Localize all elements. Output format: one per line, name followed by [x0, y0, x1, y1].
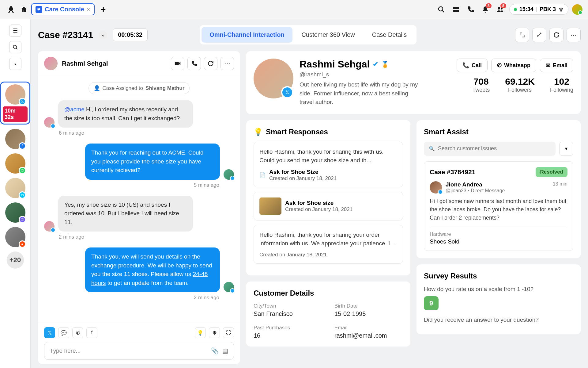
email-button[interactable]: ✉Email — [540, 59, 573, 72]
whatsapp-icon: ✆ — [19, 167, 26, 174]
timestamp: 6 mins ago — [59, 130, 234, 136]
rail-search-icon[interactable] — [9, 41, 21, 53]
home-icon[interactable] — [20, 6, 28, 13]
chat-messages: 👤Case Assigned to Shivang Mathur @acme H… — [38, 76, 240, 323]
timestamp: 2 mins ago — [59, 234, 234, 240]
queue-item[interactable]: ✉ — [5, 178, 25, 198]
bell-icon[interactable]: 8 — [480, 4, 491, 15]
response-item[interactable]: Hello Rashmi, thank you for sharing your… — [254, 225, 403, 264]
email-icon: ✉ — [546, 62, 550, 69]
related-case[interactable]: Case #3784921Resolved Jione Andrea@jioan… — [424, 161, 573, 251]
msg-avatar — [44, 221, 55, 232]
message-input[interactable] — [50, 347, 207, 354]
response-item[interactable]: Ask for Shoe sizeCreated on January 18, … — [254, 192, 403, 220]
svg-point-0 — [439, 7, 443, 11]
msg-avatar — [44, 117, 55, 128]
status-badge: Resolved — [536, 167, 567, 177]
queue-item-active[interactable]: 𝕏 10m 32s — [0, 82, 30, 125]
filter-icon[interactable]: ▾ — [559, 142, 573, 156]
queue-item[interactable]: ✆ — [5, 153, 25, 174]
call-icon[interactable] — [187, 57, 201, 70]
phone-icon[interactable] — [465, 4, 476, 15]
online-dot — [514, 8, 517, 11]
svg-rect-3 — [456, 7, 459, 9]
chat-avatar — [44, 57, 58, 70]
apps-icon[interactable] — [450, 4, 462, 15]
chat-more-icon[interactable]: ⋯ — [221, 57, 234, 70]
smart-assist-card: Smart Assist 🔍 ▾ Case #3784921Resolved J… — [417, 120, 581, 258]
channel-whatsapp[interactable]: ✆ — [72, 327, 83, 338]
status-chip[interactable]: 15:34 | PBK 3 — [509, 4, 568, 15]
close-icon[interactable]: ✕ — [87, 7, 90, 12]
network-label: PBK 3 — [540, 6, 556, 13]
tab-360[interactable]: Customer 360 View — [294, 27, 363, 43]
message-out: Thank you, we will send you details on t… — [44, 247, 234, 292]
people-icon[interactable]: 8 — [495, 4, 506, 15]
svg-line-1 — [442, 10, 444, 12]
brand-logo — [6, 4, 17, 15]
bulb-icon: 💡 — [254, 128, 263, 136]
channel-sms[interactable]: 💬 — [58, 327, 69, 338]
svg-line-10 — [16, 48, 17, 49]
queue-item[interactable]: f — [5, 129, 25, 149]
heart-icon: ❤ — [36, 6, 42, 13]
menu-icon[interactable]: ☰ — [9, 25, 21, 37]
twitter-icon: 𝕏 — [19, 98, 26, 105]
profile-bio: Out here living my best life with my dog… — [300, 80, 422, 107]
smart-responses-card: 💡Smart Responses Hello Rashmi, thank you… — [246, 120, 410, 275]
more-icon[interactable]: ⋯ — [567, 28, 581, 42]
expand-icon[interactable]: ⛶ — [223, 327, 234, 338]
notif-badge: 8 — [486, 3, 492, 8]
wifi-icon — [558, 7, 564, 12]
person-icon: 👤 — [94, 85, 100, 91]
refresh-chat-icon[interactable] — [204, 57, 217, 70]
response-item[interactable]: Hello Rashmi, thank you for sharing this… — [254, 142, 403, 187]
call-button[interactable]: 📞Call — [457, 59, 488, 72]
phone-icon: 📞 — [462, 62, 469, 69]
clock-time: 15:34 — [519, 6, 533, 13]
brand-icon[interactable]: ❋ — [209, 327, 220, 338]
svg-rect-11 — [175, 62, 179, 65]
queue-item[interactable]: ✆ — [5, 202, 25, 223]
message-input-box: 📎 ▤ — [44, 342, 234, 360]
user-avatar[interactable] — [572, 4, 582, 15]
twitter-badge-icon: 𝕏 — [281, 86, 293, 98]
stat-tweets: 708 — [472, 76, 490, 87]
profile-handle: @rashmi_s — [300, 71, 450, 78]
svg-point-6 — [498, 7, 500, 10]
tab-details[interactable]: Case Details — [364, 27, 415, 43]
case-dropdown[interactable]: ⌄ — [99, 31, 107, 39]
collapse-icon[interactable] — [515, 28, 529, 42]
message-in: @acme Hi, I ordered my shoes recently an… — [44, 100, 234, 128]
view-tabs: Omni-Channel Interaction Customer 360 Vi… — [200, 25, 417, 44]
add-tab-button[interactable]: + — [101, 5, 106, 14]
people-badge: 8 — [500, 3, 506, 8]
template-icon[interactable]: ▤ — [222, 347, 228, 355]
svg-rect-4 — [453, 10, 456, 12]
channel-facebook[interactable]: f — [86, 327, 97, 338]
case-timer: 00:05:32 — [113, 29, 148, 41]
chat-panel: Rashmi Sehgal ⋯ 👤Case Assigned to Shivan… — [38, 51, 240, 364]
chevron-right-icon[interactable]: › — [9, 58, 21, 70]
suggest-icon[interactable]: 💡 — [195, 327, 206, 338]
refresh-icon[interactable] — [549, 28, 564, 42]
workspace-tab[interactable]: ❤ Care Console ✕ — [31, 3, 95, 15]
assist-search-input[interactable] — [438, 145, 551, 152]
chat-customer-name: Rashmi Sehgal — [62, 60, 108, 67]
case-header: Case #23141 ⌄ 00:05:32 Omni-Channel Inte… — [38, 25, 581, 44]
search-icon: 🔍 — [429, 146, 435, 151]
profile-name: Rashmi Sehgal — [300, 59, 370, 70]
queue-item[interactable]: ● — [5, 227, 25, 247]
video-icon[interactable] — [171, 57, 184, 70]
main-area: Case #23141 ⌄ 00:05:32 Omni-Channel Inte… — [31, 19, 588, 368]
assigned-pill: 👤Case Assigned to Shivang Mathur — [89, 82, 190, 94]
attach-icon[interactable]: 📎 — [211, 347, 219, 355]
reddit-icon: ● — [19, 240, 26, 248]
timestamp: 2 mins ago — [44, 295, 219, 301]
whatsapp-button[interactable]: ✆Whatsapp — [491, 59, 536, 72]
search-icon[interactable] — [436, 4, 447, 15]
channel-twitter[interactable]: 𝕏 — [44, 327, 55, 338]
magic-icon[interactable] — [532, 28, 546, 42]
tab-omni[interactable]: Omni-Channel Interaction — [202, 27, 292, 43]
queue-more[interactable]: +20 — [7, 251, 24, 269]
